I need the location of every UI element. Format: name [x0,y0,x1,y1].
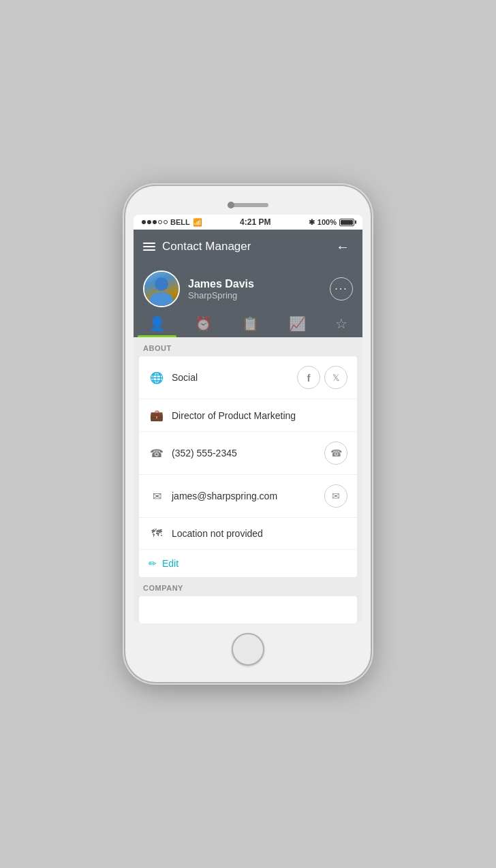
call-button[interactable]: ☎ [324,441,347,465]
status-bar: BELL 📶 4:21 PM ✱ 100% [134,215,362,230]
job-title-row: 💼 Director of Product Marketing [139,399,357,432]
location-row: 🗺 Location not provided [139,518,357,550]
wifi-icon: 📶 [193,218,202,227]
phone-bottom [134,623,362,672]
signal-dots [142,220,168,224]
edit-row: ✏ Edit [139,550,357,577]
status-time: 4:21 PM [240,217,270,227]
social-row: 🌐 Social f 𝕏 [139,356,357,399]
about-card: 🌐 Social f 𝕏 💼 Director of Product Ma [139,356,357,577]
phone-actions: ☎ [324,441,347,465]
contact-text: James Davis SharpSpring [188,278,254,300]
edit-pencil-icon: ✏ [149,558,157,569]
edit-button[interactable]: Edit [162,558,179,569]
hamburger-line-3 [143,249,155,251]
signal-dot-1 [142,220,146,224]
person-icon: 👤 [149,315,166,332]
tab-history[interactable]: ⏰ [184,313,223,337]
about-section-label: ABOUT [134,337,362,356]
contact-name: James Davis [188,278,254,290]
camera [228,202,234,208]
email-row: ✉ james@sharpspring.com ✉ [139,475,357,518]
tab-activity[interactable]: 📈 [278,313,317,337]
battery-box [339,219,354,226]
phone-device: BELL 📶 4:21 PM ✱ 100% [125,186,371,682]
email-icon: ✉ [149,490,165,503]
battery-fill [341,220,353,225]
signal-dot-2 [147,220,151,224]
social-label: Social [172,372,297,383]
bluetooth-icon: ✱ [309,218,315,227]
phone-number-text: (352) 555-2345 [172,448,324,459]
phone-top-bar [134,196,362,215]
company-card [139,596,357,623]
avatar-head [155,277,168,291]
document-icon: 📋 [242,315,259,332]
avatar [143,270,180,307]
tab-bar: 👤 ⏰ 📋 📈 ☆ [134,307,362,337]
job-title-text: Director of Product Marketing [172,410,347,421]
carrier-label: BELL [170,218,190,226]
chart-icon: 📈 [289,315,306,332]
phone-icon: ☎ [149,447,165,460]
location-text: Location not provided [172,528,347,539]
phone-screen: BELL 📶 4:21 PM ✱ 100% [134,215,362,623]
contact-info: James Davis SharpSpring [143,270,254,307]
battery-label: 100% [317,218,337,226]
back-button[interactable]: ← [332,236,353,257]
briefcase-icon: 💼 [149,409,165,422]
clock-icon: ⏰ [195,315,212,332]
phone-row: ☎ (352) 555-2345 ☎ [139,432,357,475]
signal-dot-3 [153,220,157,224]
tab-notes[interactable]: 📋 [231,313,270,337]
hamburger-line-1 [143,243,155,244]
company-section-label: COMPANY [134,577,362,596]
map-icon: 🗺 [149,527,165,540]
avatar-body [150,292,173,306]
more-button[interactable]: ··· [330,277,353,300]
tab-favorites[interactable]: ☆ [324,313,358,337]
avatar-image [144,272,179,306]
send-email-button[interactable]: ✉ [324,484,347,508]
status-left: BELL 📶 [142,218,202,227]
contact-header: James Davis SharpSpring ··· [134,264,362,307]
contact-company: SharpSpring [188,290,254,300]
menu-button[interactable] [143,243,155,251]
facebook-icon: f [307,372,311,384]
call-icon: ☎ [330,448,342,459]
status-right: ✱ 100% [309,218,354,227]
battery-icon [339,219,354,226]
send-email-icon: ✉ [332,491,340,501]
header-left: Contact Manager [143,240,251,253]
email-address-text: james@sharpspring.com [172,491,324,501]
email-actions: ✉ [324,484,347,508]
content-area: ABOUT 🌐 Social f 𝕏 [134,337,362,623]
hamburger-line-2 [143,246,155,247]
social-actions: f 𝕏 [297,366,347,389]
signal-dot-5 [164,220,168,224]
facebook-button[interactable]: f [297,366,320,389]
tab-about[interactable]: 👤 [138,313,176,337]
social-globe-icon: 🌐 [149,371,165,384]
app-header: Contact Manager ← [134,230,362,264]
signal-dot-4 [158,220,162,224]
home-button[interactable] [232,633,264,666]
twitter-button[interactable]: 𝕏 [324,366,347,389]
app-title: Contact Manager [162,240,251,253]
star-icon: ☆ [335,315,347,332]
twitter-icon: 𝕏 [332,373,339,383]
